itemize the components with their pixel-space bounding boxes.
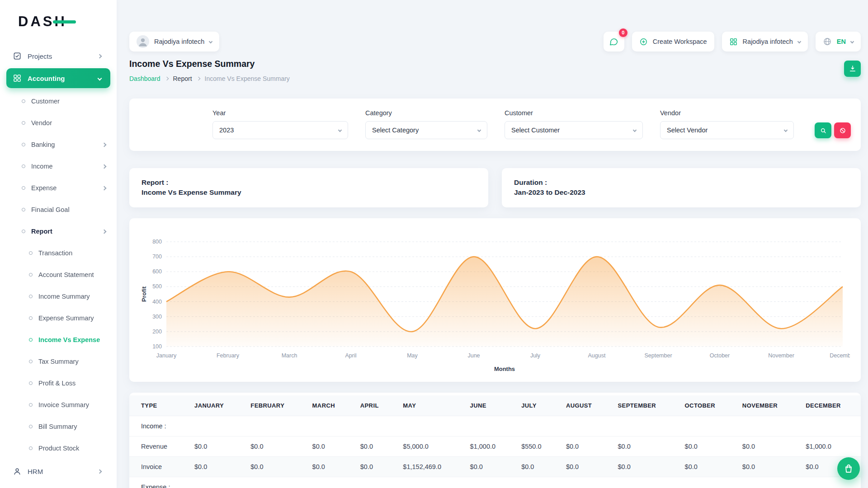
title-row: Income Vs Expense Summary DashboardRepor… xyxy=(129,59,861,82)
breadcrumb-item-dashboard[interactable]: Dashboard xyxy=(129,75,160,82)
bullet-icon xyxy=(22,230,25,233)
sidebar-item-account-statement[interactable]: Account Statement xyxy=(0,264,117,286)
column-header-january: JANUARY xyxy=(186,395,242,416)
chevron-down-icon xyxy=(797,40,801,43)
sidebar-item-label: Income Summary xyxy=(38,293,90,300)
sidebar-item-customer[interactable]: Customer xyxy=(0,90,117,112)
category-select[interactable]: Select Category xyxy=(365,121,487,139)
chevron-right-icon xyxy=(102,229,107,234)
svg-text:600: 600 xyxy=(152,268,162,275)
cell-value: $1,000.0 xyxy=(797,436,861,456)
sidebar-item-income[interactable]: Income xyxy=(0,155,117,177)
sidebar-item-accounting[interactable]: Accounting xyxy=(6,68,110,88)
app-logo[interactable]: DASH xyxy=(0,14,117,30)
topbar-actions: 0 Create Workspace Rajodiya infotech xyxy=(604,32,861,52)
filter-buttons xyxy=(815,122,851,138)
customer-value: Select Customer xyxy=(511,127,560,134)
bullet-icon xyxy=(29,338,33,342)
vendor-label: Vendor xyxy=(660,109,794,117)
company-name: Rajodiya infotech xyxy=(743,38,793,45)
sidebar-item-hrm[interactable]: HRM xyxy=(6,461,110,481)
customer-label: Customer xyxy=(505,109,643,117)
sidebar-item-label: Finacial Goal xyxy=(31,206,70,213)
year-value: 2023 xyxy=(219,127,234,134)
svg-text:March: March xyxy=(282,352,297,359)
duration-value: Jan-2023 to Dec-2023 xyxy=(514,188,849,197)
sidebar-item-transaction[interactable]: Transaction xyxy=(0,242,117,264)
sidebar-item-profit-loss[interactable]: Profit & Loss xyxy=(0,372,117,394)
sidebar-item-expense-summary[interactable]: Expense Summary xyxy=(0,307,117,329)
cell-value: $0.0 xyxy=(677,436,734,456)
bullet-icon xyxy=(22,164,25,168)
cell-value: $0.0 xyxy=(242,436,304,456)
workspace-selector[interactable]: Rajodiya infotech xyxy=(129,32,219,52)
svg-text:November: November xyxy=(768,352,794,359)
svg-text:October: October xyxy=(710,352,730,359)
sidebar-item-report[interactable]: Report xyxy=(0,221,117,242)
cell-value: $0.0 xyxy=(352,436,395,456)
sidebar-item-vendor[interactable]: Vendor xyxy=(0,112,117,134)
cell-value: $1,000.0 xyxy=(462,436,514,456)
vendor-select[interactable]: Select Vendor xyxy=(660,121,794,139)
svg-text:200: 200 xyxy=(152,328,162,335)
floating-cart-button[interactable] xyxy=(837,457,860,480)
apply-filter-button[interactable] xyxy=(815,122,831,138)
sidebar-item-bill-summary[interactable]: Bill Summary xyxy=(0,416,117,437)
svg-text:September: September xyxy=(644,352,672,359)
year-select[interactable]: 2023 xyxy=(212,121,348,139)
chevron-right-icon xyxy=(98,469,102,474)
sidebar-item-projects[interactable]: Projects xyxy=(6,46,110,66)
download-button[interactable] xyxy=(844,61,861,77)
sidebar-item-tax-summary[interactable]: Tax Summary xyxy=(0,351,117,372)
svg-text:Months: Months xyxy=(494,366,515,372)
breadcrumb: DashboardReportIncome Vs Expense Summary xyxy=(129,75,290,82)
cell-value: $0.0 xyxy=(558,436,610,456)
sidebar-item-expense[interactable]: Expense xyxy=(0,177,117,199)
cell-value: $0.0 xyxy=(304,456,352,477)
sidebar-item-label: Income Vs Expense xyxy=(38,336,100,343)
cell-value: $0.0 xyxy=(610,436,677,456)
bullet-icon xyxy=(22,143,25,146)
chevron-down-icon xyxy=(477,128,481,132)
grid-icon xyxy=(13,74,22,83)
sidebar-item-label: Customer xyxy=(31,98,60,105)
column-header-july: JULY xyxy=(513,395,558,416)
column-header-november: NOVEMBER xyxy=(734,395,797,416)
income-expense-table: TYPEJANUARYFEBRUARYMARCHAPRILMAYJUNEJULY… xyxy=(129,395,861,488)
sidebar-item-label: Income xyxy=(31,163,53,170)
company-selector[interactable]: Rajodiya infotech xyxy=(722,32,808,52)
chevron-right-icon xyxy=(102,142,107,147)
bullet-icon xyxy=(29,251,33,255)
chevron-down-icon xyxy=(850,40,854,43)
language-selector[interactable]: EN xyxy=(816,32,861,52)
cell-value: $0.0 xyxy=(304,436,352,456)
circle-slash-icon xyxy=(839,127,846,134)
language-code: EN xyxy=(837,38,846,45)
bullet-icon xyxy=(22,99,25,103)
chevron-down-icon xyxy=(784,128,788,132)
reset-filter-button[interactable] xyxy=(834,122,851,138)
sidebar-item-invoice-summary[interactable]: Invoice Summary xyxy=(0,394,117,416)
sidebar-item-banking[interactable]: Banking xyxy=(0,134,117,155)
sidebar-item-finacial-goal[interactable]: Finacial Goal xyxy=(0,199,117,221)
workspace-avatar-icon xyxy=(137,35,149,48)
filter-card: Year 2023 Category Select Category Custo… xyxy=(129,99,861,151)
customer-select[interactable]: Select Customer xyxy=(505,121,643,139)
year-filter: Year 2023 xyxy=(212,109,348,139)
sidebar-item-income-summary[interactable]: Income Summary xyxy=(0,286,117,307)
sidebar-item-income-vs-expense[interactable]: Income Vs Expense xyxy=(0,329,117,351)
messages-button[interactable]: 0 xyxy=(604,32,624,52)
svg-text:December: December xyxy=(830,352,850,359)
logo-text: DAS xyxy=(18,14,54,29)
sidebar-item-label: Expense xyxy=(31,184,57,192)
income-expense-chart: 100200300400500600700800JanuaryFebruaryM… xyxy=(140,239,850,376)
chevron-right-icon xyxy=(196,77,200,80)
breadcrumb-item-report[interactable]: Report xyxy=(173,75,192,82)
plus-circle-icon xyxy=(639,38,648,46)
create-workspace-button[interactable]: Create Workspace xyxy=(632,32,714,52)
sidebar-item-label: Transaction xyxy=(38,249,72,257)
page-title: Income Vs Expense Summary xyxy=(129,59,290,69)
summary-cards: Report : Income Vs Expense Summary Durat… xyxy=(129,168,861,207)
sidebar-item-product-stock[interactable]: Product Stock xyxy=(0,437,117,459)
column-header-august: AUGUST xyxy=(558,395,610,416)
